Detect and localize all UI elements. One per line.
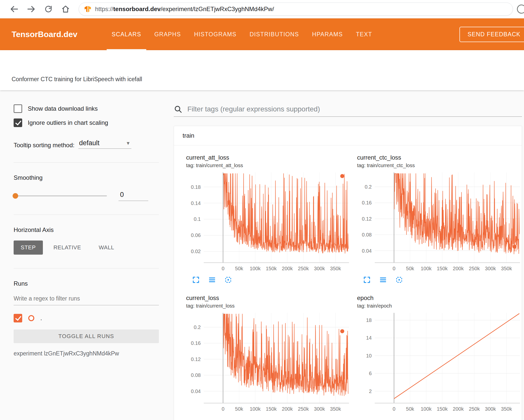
svg-text:350k: 350k [501,406,512,412]
svg-text:2: 2 [369,388,372,394]
fit-data-button[interactable] [224,276,232,284]
back-arrow-icon [10,5,19,14]
back-button[interactable] [9,4,19,14]
tab-distributions[interactable]: DISTRIBUTIONS [243,18,306,50]
forward-button[interactable] [26,4,36,14]
svg-text:0.04: 0.04 [362,248,372,254]
brand-logo[interactable]: TensorBoard.dev [12,30,77,39]
general-settings-section: Show data download links Ignore outliers… [14,104,159,149]
chart-epoch: epoch tag: train/epoch 050k100k150k200k2… [357,294,522,413]
chart-current-ctc-loss: current_ctc_loss tag: train/current_ctc_… [357,154,522,284]
chart-plot[interactable]: 050k100k150k200k250k300k350k26101418 [357,311,522,413]
runs-filter-input[interactable] [14,294,159,305]
svg-text:200k: 200k [282,266,293,271]
svg-text:350k: 350k [501,266,512,271]
tooltip-sorting-dropdown[interactable]: default ▾ [78,139,131,149]
fullscreen-button[interactable] [192,276,200,284]
tensorboard-favicon-icon [84,5,92,13]
train-tag-group-card: train current_att_loss tag: train/curren… [174,126,522,420]
tab-scalars[interactable]: SCALARS [105,18,148,50]
home-button[interactable] [61,4,71,14]
svg-text:0.18: 0.18 [191,184,201,190]
nav-tabs: SCALARS GRAPHS HISTOGRAMS DISTRIBUTIONS … [105,18,379,50]
svg-text:300k: 300k [485,406,496,412]
settings-sidebar: Show data download links Ignore outliers… [0,90,167,420]
chart-tag: tag: train/current_loss [186,303,351,309]
tooltip-sorting-row: Tooltip sorting method: default ▾ [14,139,159,149]
reload-button[interactable] [43,4,53,14]
svg-text:0: 0 [222,266,224,271]
send-feedback-button[interactable]: SEND FEEDBACK [459,27,524,42]
svg-text:0.16: 0.16 [362,200,372,205]
svg-text:300k: 300k [314,406,325,412]
chart-plot[interactable]: 050k100k150k200k250k300k350k0.020.060.10… [186,171,351,273]
tooltip-sorting-label: Tooltip sorting method: [14,142,74,149]
smoothing-value-input[interactable]: 0 [119,191,148,201]
svg-text:150k: 150k [266,266,277,271]
yaxis-toggle-button[interactable] [379,276,387,284]
chart-title: epoch [357,294,522,302]
step-button[interactable]: STEP [14,241,43,255]
tab-hparams[interactable]: HPARAMS [306,18,350,50]
svg-text:0: 0 [393,406,395,412]
svg-text:0.06: 0.06 [191,232,201,238]
smoothing-slider[interactable] [14,195,107,196]
tab-graphs[interactable]: GRAPHS [148,18,188,50]
svg-text:14: 14 [366,335,372,341]
profile-avatar[interactable] [517,5,524,14]
wall-button[interactable]: WALL [92,241,121,255]
svg-text:0.04: 0.04 [191,388,201,394]
smoothing-label: Smoothing [14,174,159,181]
show-download-row[interactable]: Show data download links [14,104,159,113]
toggle-all-runs-button[interactable]: TOGGLE ALL RUNS [14,329,159,343]
tab-histograms[interactable]: HISTOGRAMS [188,18,243,50]
experiment-title: Conformer CTC training for LibriSpeech w… [12,76,142,83]
tab-text[interactable]: TEXT [349,18,379,50]
horizontal-lines-icon [379,276,387,284]
svg-text:6: 6 [369,371,372,376]
svg-text:0.2: 0.2 [365,184,372,190]
chart-title: current_att_loss [186,154,351,161]
svg-text:300k: 300k [485,266,496,271]
filter-tags-input[interactable] [187,105,522,113]
svg-text:150k: 150k [266,406,277,412]
run-checkbox[interactable] [14,314,22,322]
ignore-outliers-checkbox[interactable] [14,118,22,127]
chart-toolbar [363,275,522,284]
experiment-subtitle-bar: Conformer CTC training for LibriSpeech w… [0,50,524,90]
chart-plot[interactable]: 050k100k150k200k250k300k350k0.040.080.12… [357,171,522,273]
svg-text:250k: 250k [469,406,480,412]
svg-text:300k: 300k [314,266,325,271]
chart-plot[interactable]: 050k100k150k200k250k300k350k0.040.080.12… [186,311,351,413]
fit-domain-icon [224,276,232,284]
fit-data-button[interactable] [395,276,403,284]
svg-text:0.16: 0.16 [191,340,201,346]
show-download-checkbox[interactable] [14,104,22,113]
slider-thumb[interactable] [13,193,18,199]
svg-text:350k: 350k [330,266,341,271]
svg-text:100k: 100k [250,406,261,412]
url-host: tensorboard.dev [113,6,161,12]
tag-group-header[interactable]: train [174,126,522,145]
svg-text:100k: 100k [250,266,261,271]
ignore-outliers-row[interactable]: Ignore outliers in chart scaling [14,118,159,127]
chart-tag: tag: train/current_ctc_loss [357,163,522,168]
svg-text:200k: 200k [453,266,464,271]
chart-title: current_loss [186,294,351,302]
run-label: . [40,315,42,322]
ignore-outliers-label: Ignore outliers in chart scaling [28,119,108,126]
chart-tag: tag: train/epoch [357,303,522,309]
experiment-caption: experiment lzGnETjwRxC3yghNMd4kPw [14,350,159,357]
url-bar[interactable]: https://tensorboard.dev/experiment/lzGnE… [79,3,513,16]
url-path: /experiment/lzGnETjwRxC3yghNMd4kPw/ [161,6,274,12]
tag-group-title: train [183,132,194,139]
run-color-indicator[interactable] [28,315,34,321]
svg-text:0.1: 0.1 [194,216,201,222]
forward-arrow-icon [27,5,36,14]
fullscreen-button[interactable] [363,276,371,284]
yaxis-toggle-button[interactable] [208,276,216,284]
relative-button[interactable]: RELATIVE [46,241,88,255]
run-list-item[interactable]: . [14,314,159,322]
svg-text:0.14: 0.14 [191,200,201,206]
smoothing-section: Smoothing 0 [14,162,159,201]
